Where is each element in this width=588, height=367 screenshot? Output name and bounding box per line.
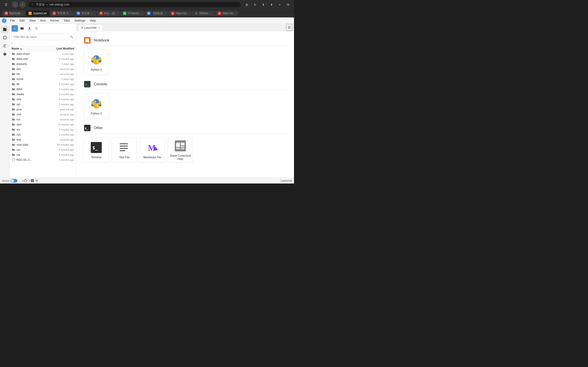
other-items: $_ Terminal: [84, 137, 287, 163]
list-item[interactable]: sys2 months ago: [10, 132, 76, 137]
list-item[interactable]: tmpseconds ago: [10, 137, 76, 142]
new-tab-button[interactable]: +: [277, 1, 283, 8]
menu-kernel[interactable]: Kernel: [48, 18, 61, 23]
browser-tab-6[interactable]: G YFwinsto...: [120, 11, 144, 16]
settings-icon[interactable]: ⚙: [36, 179, 38, 182]
share-button[interactable]: ⬆: [268, 1, 275, 8]
commands-sidebar-button[interactable]: [1, 42, 9, 50]
file-item-modified: 4 months ago: [47, 148, 74, 151]
menu-edit[interactable]: Edit: [18, 18, 26, 23]
menu-help[interactable]: Help: [88, 18, 98, 23]
windows-button[interactable]: ⧉: [285, 1, 291, 8]
list-item[interactable]: datasets3 days ago: [10, 61, 76, 67]
terminal-status-icon: $: [31, 179, 34, 182]
browser-tab-1[interactable]: 我 我的实例...: [2, 10, 25, 16]
list-item[interactable]: devseconds ago: [10, 67, 76, 72]
menu-file[interactable]: File: [8, 18, 17, 23]
folder-icon: [11, 82, 15, 86]
list-item[interactable]: lib2 months ago: [10, 82, 76, 87]
extensions-sidebar-button[interactable]: [1, 50, 9, 58]
browser-tab-10[interactable]: a https://ar...: [215, 11, 238, 16]
list-item[interactable]: media4 months ago: [10, 92, 76, 97]
list-item[interactable]: rootseconds ago: [10, 112, 76, 117]
file-list: data-sharea year agodata-user6 months ag…: [10, 51, 76, 177]
folder-icon: [11, 52, 15, 56]
refresh-button[interactable]: ↻: [34, 25, 40, 32]
menu-run[interactable]: Run: [38, 18, 48, 23]
file-item-modified: seconds ago: [47, 108, 74, 111]
python3-notebook-item[interactable]: Python 3: [84, 50, 109, 75]
browser-tab-2[interactable]: J JupyterLab: [26, 11, 49, 16]
sidebar-toggle-button[interactable]: ☰: [3, 1, 9, 8]
file-item-modified: 2 months ago: [47, 103, 74, 106]
svg-rect-3: [3, 47, 6, 47]
search-button[interactable]: 🔍: [69, 34, 74, 40]
terminal-item[interactable]: $_ Terminal: [84, 137, 109, 163]
forward-button[interactable]: ›: [19, 1, 26, 8]
translate-button[interactable]: ⊞: [243, 1, 250, 8]
tab-favicon-6: G: [123, 12, 126, 15]
svg-point-0: [3, 36, 6, 39]
svg-rect-5: [28, 30, 31, 30]
mode-switch[interactable]: [10, 179, 17, 183]
file-item-name: usr: [17, 148, 47, 151]
menu-view[interactable]: View: [27, 18, 37, 23]
console-section-title: Console: [94, 82, 107, 86]
upload-button[interactable]: [26, 25, 33, 32]
list-item[interactable]: home3 years ago: [10, 77, 76, 82]
files-sidebar-button[interactable]: [1, 26, 9, 33]
launcher-content: Notebook: [76, 31, 294, 177]
list-item[interactable]: srv4 months ago: [10, 127, 76, 132]
list-item[interactable]: usr4 months ago: [10, 147, 76, 152]
sidebar-icons: [0, 24, 10, 177]
file-item-name: proc: [17, 108, 47, 111]
list-item[interactable]: mnt4 months ago: [10, 97, 76, 102]
contextualhelp-item[interactable]: Show Contextual Help: [168, 137, 193, 163]
launcher-tab[interactable]: ⧉ Launcher ✕: [78, 24, 103, 31]
markdownfile-item[interactable]: M Markdown File: [140, 137, 165, 163]
column-name-header[interactable]: Name ▲: [11, 47, 47, 50]
list-item[interactable]: sbin3 minutes ago: [10, 122, 76, 127]
file-item-name: data-user: [17, 57, 47, 60]
browser-tab-9[interactable]: G GitHub -...: [192, 11, 215, 16]
folder-icon: [11, 133, 15, 136]
download-button[interactable]: ⬇: [260, 1, 267, 8]
reload-button[interactable]: ↻: [252, 1, 258, 8]
menu-tabs[interactable]: Tabs: [62, 18, 72, 23]
file-item-modified: 4 months ago: [47, 93, 74, 96]
list-item[interactable]: user-data32 minutes ago: [10, 142, 76, 147]
list-item[interactable]: data-sharea year ago: [10, 51, 76, 56]
menu-settings[interactable]: Settings: [73, 18, 87, 23]
list-item[interactable]: etcseconds ago: [10, 72, 76, 77]
new-folder-button[interactable]: +: [19, 25, 25, 32]
textfile-item[interactable]: Text File: [112, 137, 137, 163]
file-item-name: srv: [17, 128, 47, 131]
list-item[interactable]: var4 months ago: [10, 152, 76, 157]
tab-label-10: https://ar...: [222, 12, 235, 15]
browser-tab-7[interactable]: 知 【细粒度...: [145, 10, 168, 16]
address-input[interactable]: [36, 3, 238, 6]
browser-tab-8[interactable]: a https://ar...: [168, 11, 191, 16]
settings-gear-button[interactable]: ⚙: [286, 24, 292, 31]
running-sidebar-button[interactable]: [1, 34, 9, 41]
list-item[interactable]: runseconds ago: [10, 117, 76, 122]
browser-tab-3[interactable]: C 写文章-C...: [50, 10, 73, 16]
folder-icon: [11, 118, 15, 121]
column-modified-header[interactable]: Last Modified: [47, 47, 74, 50]
list-item[interactable]: opt2 months ago: [10, 102, 76, 107]
python3-console-item[interactable]: Python 3: [84, 94, 109, 119]
search-input[interactable]: [11, 34, 69, 40]
list-item[interactable]: lib644 months ago: [10, 87, 76, 92]
app-container: J File Edit View Run Kernel Tabs Setting…: [0, 17, 294, 184]
browser-tab-4[interactable]: 知 写文章 -...: [74, 10, 96, 16]
list-item[interactable]: procseconds ago: [10, 107, 76, 112]
file-item-modified: 4 months ago: [47, 88, 74, 91]
file-item-name: datasets: [17, 62, 47, 66]
launcher-tab-close[interactable]: ✕: [98, 26, 100, 29]
new-launcher-button[interactable]: +: [11, 25, 18, 32]
tab-label-9: GitHub -...: [199, 12, 212, 15]
browser-tab-5[interactable]: 码 码云 - 国...: [97, 10, 120, 16]
list-item[interactable]: data-user6 months ago: [10, 56, 76, 61]
list-item[interactable]: NGC-DL-C...4 months ago: [10, 157, 76, 162]
back-button[interactable]: ‹: [12, 1, 18, 8]
